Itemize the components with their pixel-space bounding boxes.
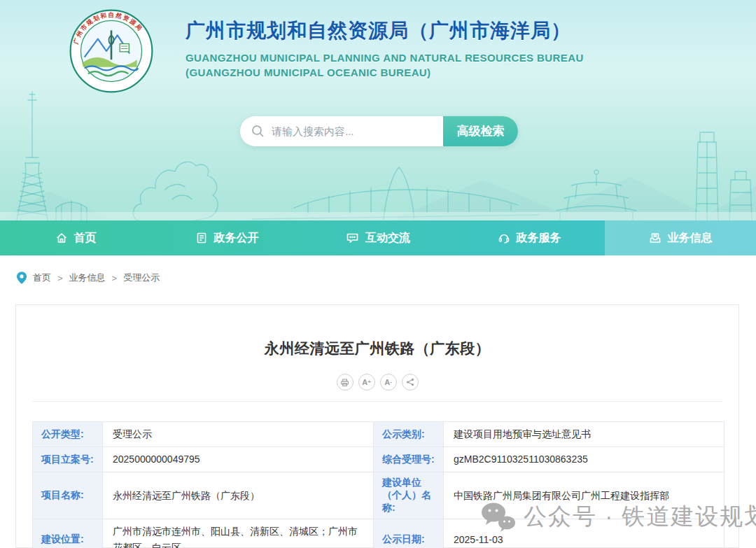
label-acceptance-number: 综合受理号:	[374, 447, 444, 472]
table-row: 项目名称: 永州经清远至广州铁路（广东段） 建设单位（个人）名称: 中国铁路广州…	[33, 472, 724, 519]
breadcrumb: 首页 > 业务信息 > 受理公示	[17, 272, 160, 284]
article-title: 永州经清远至广州铁路（广东段）	[16, 305, 738, 358]
inbox-icon	[649, 232, 662, 244]
chat-icon	[346, 232, 359, 244]
nav-item-interaction[interactable]: 互动交流	[302, 220, 454, 255]
table-row: 建设位置: 广州市清远市连州市、阳山县、清新区、清城区；广州市花都区、白云区 公…	[33, 519, 724, 548]
table-row: 公开类型: 受理公示 公示类别: 建设项目用地预审与选址意见书	[33, 422, 724, 447]
label-project-name: 项目名称:	[33, 472, 103, 519]
search-input[interactable]	[272, 116, 443, 146]
nav-label: 业务信息	[668, 231, 713, 246]
value-project-file-number: 2025000000049795	[103, 447, 374, 472]
font-letter: A	[384, 378, 390, 386]
label-project-file-number: 项目立案号:	[33, 447, 103, 472]
city-skyline-illustration	[0, 80, 756, 220]
share-icon	[406, 378, 414, 386]
article-toolbar: A+ A-	[16, 374, 738, 391]
breadcrumb-business-info[interactable]: 业务信息	[69, 272, 106, 284]
label-notice-category: 公示类别:	[374, 422, 444, 447]
label-construction-unit: 建设单位（个人）名称:	[374, 472, 444, 519]
search-icon	[240, 116, 272, 146]
header-banner: 广州市规划和自然资源局 广州市规划和自然资源局（广州市海洋局） GUANGZHO…	[0, 0, 756, 220]
label-construction-location: 建设位置:	[33, 519, 103, 548]
table-row: 项目立案号: 2025000000049795 综合受理号: gzMB2C911…	[33, 447, 724, 472]
value-open-type: 受理公示	[103, 422, 374, 447]
headset-icon	[498, 232, 510, 244]
value-acceptance-number: gzMB2C911032511030863235	[444, 447, 724, 472]
bureau-logo: 广州市规划和自然资源局	[69, 8, 154, 94]
nav-label: 政务公开	[214, 231, 259, 246]
breadcrumb-separator: >	[112, 273, 118, 283]
value-construction-unit: 中国铁路广州局集团有限公司广州工程建设指挥部	[444, 472, 724, 519]
nav-item-home[interactable]: 首页	[0, 220, 151, 255]
article-card: 永州经清远至广州铁路（广东段） A+ A- 公开类型: 受理公示	[15, 304, 739, 548]
font-decrease-button[interactable]: A-	[380, 374, 397, 391]
font-letter: A	[362, 378, 368, 386]
nav-item-gov-disclosure[interactable]: 政务公开	[151, 220, 302, 255]
value-notice-date: 2025-11-03	[444, 519, 724, 548]
site-titles: 广州市规划和自然资源局（广州市海洋局） GUANGZHOU MUNICIPAL …	[186, 17, 584, 78]
label-notice-date: 公示日期:	[374, 519, 444, 548]
nav-label: 首页	[74, 231, 97, 246]
document-icon	[195, 232, 208, 244]
site-title-cn: 广州市规划和自然资源局（广州市海洋局）	[186, 17, 584, 44]
printer-icon	[340, 378, 349, 387]
value-notice-category: 建设项目用地预审与选址意见书	[444, 422, 724, 447]
nav-label: 互动交流	[365, 231, 410, 246]
value-project-name: 永州经清远至广州铁路（广东段）	[103, 472, 374, 519]
location-pin-icon	[17, 272, 27, 284]
nav-item-gov-services[interactable]: 政务服务	[454, 220, 605, 255]
main-nav: 首页 政务公开 互动交流 政务服务	[0, 220, 756, 255]
breadcrumb-home[interactable]: 首页	[33, 272, 51, 284]
print-button[interactable]	[337, 374, 354, 391]
divider	[32, 401, 722, 402]
advanced-search-button[interactable]: 高级检索	[443, 116, 518, 146]
breadcrumb-separator: >	[57, 273, 63, 283]
home-icon	[55, 232, 68, 244]
site-title-en-line1: GUANGZHOU MUNICIPAL PLANNING AND NATURAL…	[186, 52, 584, 64]
site-title-en-line2: (GUANGZHOU MUNICIPAL OCEANIC BUREAU)	[186, 66, 584, 78]
nav-item-business-info[interactable]: 业务信息	[605, 220, 756, 255]
share-button[interactable]	[402, 374, 419, 391]
project-info-table: 公开类型: 受理公示 公示类别: 建设项目用地预审与选址意见书 项目立案号: 2…	[32, 421, 724, 548]
label-open-type: 公开类型:	[33, 422, 103, 447]
value-construction-location: 广州市清远市连州市、阳山县、清新区、清城区；广州市花都区、白云区	[103, 519, 374, 548]
page: 广州市规划和自然资源局 广州市规划和自然资源局（广州市海洋局） GUANGZHO…	[0, 0, 756, 548]
font-increase-button[interactable]: A+	[358, 374, 375, 391]
search-bar: 高级检索	[240, 116, 518, 146]
breadcrumb-acceptance-notice[interactable]: 受理公示	[123, 272, 160, 284]
nav-label: 政务服务	[517, 231, 561, 246]
